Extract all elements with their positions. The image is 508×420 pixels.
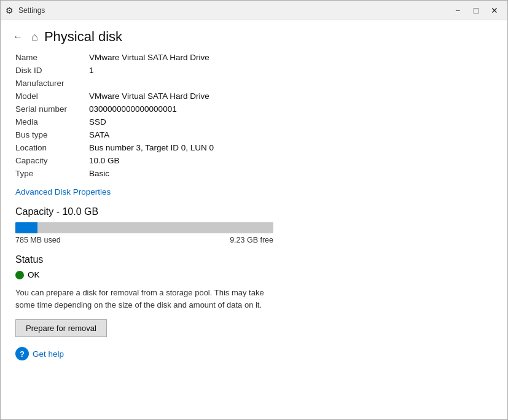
status-text: OK [28,270,40,279]
status-ok-icon [15,271,24,279]
table-row: ModelVMware Virtual SATA Hard Drive [15,90,493,103]
close-button[interactable]: ✕ [487,2,502,18]
prop-value: Bus number 3, Target ID 0, LUN 0 [89,143,214,152]
table-row: LocationBus number 3, Target ID 0, LUN 0 [15,141,493,154]
table-row: Capacity10.0 GB [15,154,493,167]
table-row: Serial number0300000000000000001 [15,103,493,115]
prop-label: Model [15,91,89,101]
prop-label: Bus type [15,130,89,139]
prop-label: Disk ID [15,66,89,75]
header-bar: ← ⌂ Physical disk [1,20,507,51]
prop-value: VMware Virtual SATA Hard Drive [89,53,209,62]
prop-label: Capacity [15,156,89,165]
capacity-title: Capacity - 10.0 GB [15,206,493,217]
prop-value: SSD [89,117,106,126]
prop-value: 0300000000000000001 [89,104,177,114]
prop-label: Type [15,169,89,178]
back-button[interactable]: ← [10,29,25,45]
status-ok-row: OK [15,270,493,279]
prop-value: VMware Virtual SATA Hard Drive [89,91,209,101]
title-bar-controls: − □ ✕ [450,2,502,18]
prepare-for-removal-button[interactable]: Prepare for removal [15,319,107,337]
restore-button[interactable]: □ [468,2,484,18]
table-row: Manufacturer [15,77,493,90]
advanced-disk-properties-link[interactable]: Advanced Disk Properties [15,187,111,196]
capacity-bar-fill [15,222,37,233]
prop-label: Manufacturer [15,79,89,88]
home-icon: ⌂ [31,31,38,44]
description-text: You can prepare a disk for removal from … [15,287,286,311]
main-content: NameVMware Virtual SATA Hard DriveDisk I… [1,51,507,419]
table-row: TypeBasic [15,167,493,180]
prop-label: Serial number [15,104,89,114]
app-title: Settings [18,6,45,15]
prop-label: Location [15,143,89,152]
capacity-labels: 785 MB used 9.23 GB free [15,236,273,244]
prop-value: SATA [89,130,109,139]
prop-value: 10.0 GB [89,156,120,165]
status-title: Status [15,254,493,265]
help-icon: ? [15,347,29,360]
used-label: 785 MB used [15,236,61,244]
table-row: NameVMware Virtual SATA Hard Drive [15,51,493,64]
prop-value: 1 [89,66,94,75]
table-row: MediaSSD [15,115,493,128]
prop-label: Media [15,117,89,126]
capacity-section: Capacity - 10.0 GB 785 MB used 9.23 GB f… [15,206,493,244]
prop-label: Name [15,53,89,62]
get-help-link[interactable]: Get help [33,349,64,359]
table-row: Disk ID1 [15,64,493,77]
free-label: 9.23 GB free [230,236,273,244]
table-row: Bus typeSATA [15,128,493,141]
get-help-row: ? Get help [15,347,493,360]
status-section: Status OK [15,254,493,279]
minimize-button[interactable]: − [450,2,466,18]
title-bar: ⚙ Settings − □ ✕ [1,1,507,20]
settings-icon: ⚙ [6,6,14,15]
capacity-bar [15,222,273,233]
title-bar-left: ⚙ Settings [6,6,45,15]
properties-table: NameVMware Virtual SATA Hard DriveDisk I… [15,51,493,180]
page-title: Physical disk [44,29,122,45]
prop-value: Basic [89,169,109,178]
